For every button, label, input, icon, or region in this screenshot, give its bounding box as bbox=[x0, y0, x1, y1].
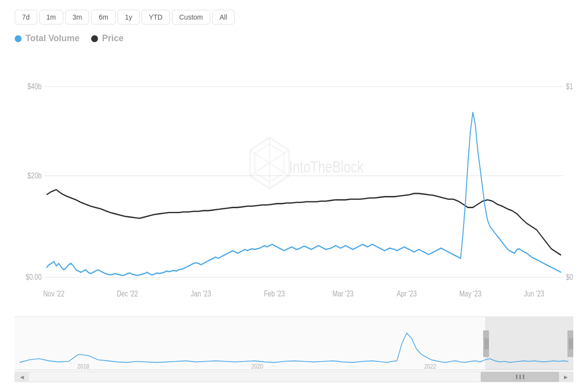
svg-text:2022: 2022 bbox=[424, 363, 436, 369]
svg-text:$40b: $40b bbox=[27, 81, 42, 91]
chart-wrapper: $40b $20b $0.00 $1.00 $0.00 Nov '22 Dec … bbox=[15, 49, 573, 382]
btn-1m[interactable]: 1m bbox=[39, 10, 63, 24]
scrollbar[interactable]: ◀ ▶ bbox=[15, 371, 573, 382]
scroll-track[interactable] bbox=[29, 372, 559, 382]
legend-dot-price bbox=[91, 35, 98, 42]
svg-text:Feb '23: Feb '23 bbox=[264, 289, 285, 298]
legend-label-volume: Total Volume bbox=[25, 33, 79, 44]
btn-all[interactable]: All bbox=[212, 10, 235, 24]
btn-custom[interactable]: Custom bbox=[172, 10, 210, 24]
time-range-selector: 7d 1m 3m 6m 1y YTD Custom All bbox=[15, 10, 573, 24]
svg-text:Jan '23: Jan '23 bbox=[191, 289, 211, 298]
svg-text:2020: 2020 bbox=[251, 363, 263, 369]
svg-rect-23 bbox=[485, 317, 573, 370]
btn-6m[interactable]: 6m bbox=[91, 10, 115, 24]
btn-7d[interactable]: 7d bbox=[15, 10, 37, 24]
svg-text:Dec '22: Dec '22 bbox=[117, 289, 138, 298]
svg-text:$0.00: $0.00 bbox=[566, 272, 573, 282]
scroll-handle-3 bbox=[523, 374, 524, 379]
scroll-left-button[interactable]: ◀ bbox=[15, 371, 29, 382]
svg-text:Mar '23: Mar '23 bbox=[333, 289, 354, 298]
scroll-handle-2 bbox=[519, 374, 521, 379]
legend-price: Price bbox=[91, 33, 123, 44]
main-chart-svg: $40b $20b $0.00 $1.00 $0.00 Nov '22 Dec … bbox=[15, 49, 573, 316]
scroll-thumb[interactable] bbox=[481, 372, 559, 382]
legend-dot-volume bbox=[15, 35, 22, 42]
svg-text:IntoTheBlock: IntoTheBlock bbox=[289, 158, 364, 176]
svg-text:2018: 2018 bbox=[77, 363, 89, 369]
scroll-right-button[interactable]: ▶ bbox=[559, 371, 573, 382]
btn-3m[interactable]: 3m bbox=[65, 10, 89, 24]
svg-text:May '23: May '23 bbox=[459, 289, 481, 298]
mini-chart-container[interactable]: 2018 2020 2022 bbox=[15, 317, 573, 370]
main-chart: $40b $20b $0.00 $1.00 $0.00 Nov '22 Dec … bbox=[15, 49, 573, 316]
svg-text:$1.00: $1.00 bbox=[566, 81, 573, 91]
svg-text:Apr '23: Apr '23 bbox=[397, 289, 417, 298]
svg-text:$0.00: $0.00 bbox=[25, 272, 42, 282]
scroll-handle-1 bbox=[516, 374, 517, 379]
chart-legend: Total Volume Price bbox=[15, 33, 573, 44]
legend-total-volume: Total Volume bbox=[15, 33, 79, 44]
main-container: 7d 1m 3m 6m 1y YTD Custom All Total Volu… bbox=[0, 0, 588, 392]
svg-text:Nov '22: Nov '22 bbox=[43, 289, 65, 298]
mini-chart-svg: 2018 2020 2022 bbox=[15, 317, 573, 370]
legend-label-price: Price bbox=[102, 33, 123, 44]
btn-1y[interactable]: 1y bbox=[118, 10, 140, 24]
svg-text:$20b: $20b bbox=[27, 171, 42, 180]
svg-text:Jun '23: Jun '23 bbox=[524, 289, 544, 298]
btn-ytd[interactable]: YTD bbox=[142, 10, 170, 24]
